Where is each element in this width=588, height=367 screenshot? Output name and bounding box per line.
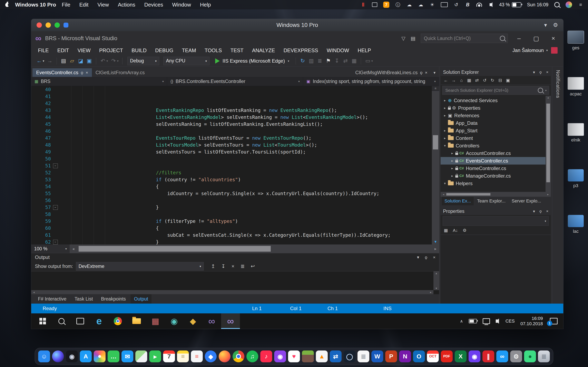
breadcrumb-segment[interactable]: ▦ BRS ▾	[31, 77, 167, 86]
toolbar-icon[interactable]	[96, 58, 96, 64]
tree-item[interactable]: App_Data	[441, 119, 545, 127]
recording-indicator-icon[interactable]: ‖	[360, 2, 366, 8]
pin-panel-icon[interactable]: ϙ	[539, 209, 542, 214]
solution-explorer-search-box[interactable]: ▾	[442, 86, 549, 95]
dock-app[interactable]: ◉	[274, 350, 286, 362]
desktop-icon[interactable]: acpac	[568, 77, 584, 97]
code-text[interactable]: List<EventsRankingModel> selEventsRankin…	[60, 100, 432, 107]
code-lines[interactable]: 40 − 41 −	[31, 86, 432, 244]
fold-margin[interactable]: −	[51, 155, 60, 162]
code-text[interactable]: if (filterRanking != "allstars")	[60, 239, 432, 244]
vs-menu-item[interactable]: PROJECT	[95, 48, 127, 53]
code-text[interactable]: selEventsRanking = listOfEventsRanking.E…	[60, 107, 432, 114]
fold-margin[interactable]: −	[51, 218, 60, 225]
code-text[interactable]	[60, 232, 432, 239]
solution-explorer-toolbar-icon[interactable]: ▣	[504, 78, 512, 83]
toolbar-icon[interactable]: ▾	[116, 59, 120, 63]
tree-item[interactable]: ▾ Controllers	[441, 142, 545, 150]
solution-explorer-toolbar-icon[interactable]: →	[450, 78, 457, 83]
code-line[interactable]: 44 −	[31, 114, 432, 121]
code-line[interactable]: 61 −	[31, 232, 432, 239]
dock-app[interactable]: N	[399, 350, 411, 362]
taskbar-app-button[interactable]	[127, 313, 146, 329]
window-position-icon[interactable]: ▾	[533, 209, 535, 214]
control-center-icon[interactable]: ≡	[578, 2, 584, 8]
toolbar-icon[interactable]: ▥	[307, 58, 315, 64]
code-line[interactable]: 60 − }	[31, 225, 432, 232]
toolbar-icon[interactable]: ▦	[350, 58, 358, 64]
bluetooth-icon[interactable]: B	[465, 2, 471, 8]
window-position-icon[interactable]: ▾	[533, 70, 535, 75]
toolbar-icon[interactable]: ▤	[59, 58, 68, 64]
vs-menu-item[interactable]: VIEW	[73, 48, 95, 53]
code-line[interactable]: 52 − {	[31, 169, 432, 176]
minimize-window-button[interactable]	[45, 22, 51, 28]
breadcrumb-segment[interactable]: ▣ Index(string sport, string pgfrom, str…	[303, 77, 439, 86]
user-avatar[interactable]	[566, 1, 572, 8]
properties-toolbar-icon[interactable]: ▦	[444, 228, 448, 233]
user-account-menu[interactable]: Jan Šalomoun ▾	[512, 48, 548, 53]
dock-app[interactable]: ◆	[205, 350, 217, 362]
fold-margin[interactable]: −	[51, 232, 60, 239]
tree-item[interactable]: ▸ Content	[441, 134, 545, 142]
vs-menu-item[interactable]: BUILD	[127, 48, 151, 53]
taskbar-app-button[interactable]	[52, 313, 71, 329]
properties-header[interactable]: Properties ▾ ϙ ×	[441, 207, 551, 215]
dock-app[interactable]: ♫	[246, 350, 258, 362]
expander-icon[interactable]: ▸	[449, 159, 455, 163]
dropbox-icon[interactable]	[372, 2, 378, 7]
solution-platforms-select[interactable]: Any CPU ▾	[163, 57, 209, 65]
taskbar-app-button[interactable]	[71, 313, 90, 329]
cloud-storage-icon[interactable]: ☁	[418, 2, 424, 8]
code-text[interactable]	[60, 197, 432, 204]
user-avatar-badge[interactable]	[551, 47, 558, 54]
vs-menu-item[interactable]: EDIT	[53, 48, 73, 53]
splitter-grip[interactable]	[432, 86, 439, 92]
explorer-panel-tab[interactable]: Solution Ex...	[442, 197, 474, 205]
close-tab-icon[interactable]: ×	[425, 70, 427, 75]
scrollbar-thumb[interactable]	[433, 135, 438, 150]
toolbar-icon[interactable]: →	[45, 58, 54, 64]
dock-app[interactable]: ∞	[496, 350, 508, 362]
output-toolbar-icon[interactable]: ↥	[211, 263, 215, 269]
time-machine-icon[interactable]: ↺	[453, 2, 459, 8]
dock-app[interactable]: A	[80, 350, 92, 362]
properties-toolbar-icon[interactable]: A↓	[453, 228, 458, 233]
wifi-icon[interactable]	[476, 3, 482, 7]
code-line[interactable]: 51 − if (country != "allcountries")	[31, 162, 432, 169]
code-text[interactable]	[60, 142, 432, 149]
vs-menu-item[interactable]: WINDOW	[322, 48, 354, 53]
apple-menu-icon[interactable]	[4, 2, 10, 7]
code-line[interactable]: 50 − //filters	[31, 155, 432, 162]
output-content[interactable]: ◂▸	[31, 271, 439, 294]
code-text[interactable]	[60, 183, 432, 190]
dock-app[interactable]: 7	[163, 350, 175, 362]
code-line[interactable]: 40 −	[31, 86, 432, 93]
tree-item[interactable]: ▸ EventsController.cs	[441, 157, 545, 165]
toolbar-icon[interactable]: ▱	[68, 58, 76, 64]
tree-vertical-scrollbar[interactable]	[545, 96, 551, 192]
fold-margin[interactable]: −	[51, 142, 60, 149]
code-line[interactable]: 45 − EventsTourRepo listOfEventsTour = n…	[31, 121, 432, 128]
output-toolbar-icon[interactable]: ×	[232, 263, 234, 269]
toolbar-icon[interactable]	[57, 58, 57, 64]
fold-margin[interactable]: −	[51, 190, 60, 197]
code-text[interactable]: {	[60, 169, 432, 176]
code-text[interactable]: subCat = selEventsCat.Single(x => x.Cate…	[60, 218, 432, 225]
tree-item[interactable]: ▸ Properties	[441, 104, 545, 112]
dock-app[interactable]: ⇄	[330, 350, 342, 362]
badge-7-icon[interactable]: 7	[383, 2, 389, 8]
dock-app[interactable]: ✉	[121, 350, 133, 362]
solution-explorer-toolbar-icon[interactable]: ↺	[481, 78, 488, 83]
taskbar-app-button[interactable]: ∞	[221, 313, 240, 329]
notifications-tab[interactable]: Notifications	[555, 70, 561, 304]
vm-title-bar[interactable]: Windows 10 Pro ▾ ⚙	[31, 19, 563, 31]
code-line[interactable]: 59 − subCat = selEventsCat.Single(x => x…	[31, 218, 432, 225]
info-icon[interactable]: ⓘ	[395, 2, 401, 8]
vm-settings-icon[interactable]: ⚙	[553, 22, 558, 28]
toolbar-icon[interactable]: ▾	[42, 59, 45, 63]
code-line[interactable]: 58 − {	[31, 211, 432, 218]
solution-explorer-search-input[interactable]	[445, 88, 536, 93]
output-horizontal-scrollbar[interactable]: ◂▸	[31, 290, 433, 294]
scroll-right-icon[interactable]: ▸	[432, 246, 439, 251]
